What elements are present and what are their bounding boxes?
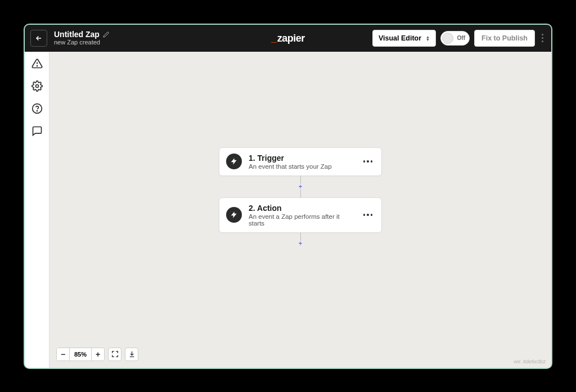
- download-button[interactable]: [125, 348, 138, 361]
- left-sidebar: [25, 52, 50, 368]
- step-overflow-menu[interactable]: [361, 158, 375, 165]
- zoom-percent[interactable]: 85%: [70, 348, 91, 361]
- connector-end: +: [298, 233, 303, 246]
- zoom-out-button[interactable]: −: [57, 348, 69, 361]
- svg-point-4: [37, 110, 37, 111]
- enable-toggle[interactable]: Off: [440, 31, 470, 46]
- header-bar: Untitled Zap new Zap created _zapier Vis…: [25, 25, 551, 52]
- header-overflow-menu[interactable]: [539, 34, 546, 42]
- step-title: 1. Trigger: [249, 154, 354, 163]
- bolt-icon: [226, 207, 242, 223]
- add-step-button[interactable]: +: [298, 184, 303, 190]
- flow-container: 1. Trigger An event that starts your Zap…: [219, 147, 382, 246]
- trigger-step[interactable]: 1. Trigger An event that starts your Zap: [219, 147, 382, 176]
- zap-title[interactable]: Untitled Zap: [54, 30, 100, 39]
- zap-subtitle: new Zap created: [54, 39, 109, 46]
- step-desc: An event a Zap performs after it starts: [249, 213, 354, 227]
- settings-icon[interactable]: [31, 80, 43, 92]
- svg-point-1: [37, 65, 37, 66]
- updown-icon: ▲▼: [426, 35, 430, 41]
- app-window: Untitled Zap new Zap created _zapier Vis…: [24, 24, 552, 369]
- step-title: 2. Action: [249, 204, 354, 213]
- comment-icon[interactable]: [31, 125, 43, 137]
- toggle-knob: [442, 33, 453, 44]
- zoom-controls: − 85% +: [56, 348, 138, 361]
- editor-body: 1. Trigger An event that starts your Zap…: [25, 52, 551, 368]
- step-desc: An event that starts your Zap: [249, 163, 354, 170]
- zapier-logo: _zapier: [271, 32, 305, 44]
- visual-editor-dropdown[interactable]: Visual Editor ▲▼: [372, 30, 436, 47]
- canvas[interactable]: 1. Trigger An event that starts your Zap…: [50, 52, 551, 368]
- edit-title-icon[interactable]: [103, 31, 109, 38]
- version-label: ver. 8de5e3b2: [514, 359, 546, 364]
- add-step-button[interactable]: +: [298, 241, 303, 246]
- title-block: Untitled Zap new Zap created: [54, 30, 109, 46]
- step-overflow-menu[interactable]: [361, 211, 375, 218]
- fit-screen-button[interactable]: [108, 348, 122, 361]
- svg-point-2: [35, 84, 38, 87]
- zoom-in-button[interactable]: +: [92, 348, 104, 361]
- bolt-icon: [226, 154, 242, 169]
- connector: +: [298, 176, 303, 197]
- publish-button[interactable]: Fix to Publish: [474, 30, 535, 47]
- help-icon[interactable]: [31, 102, 43, 115]
- action-step[interactable]: 2. Action An event a Zap performs after …: [219, 197, 382, 233]
- warning-icon[interactable]: [31, 57, 43, 70]
- back-button[interactable]: [30, 30, 47, 47]
